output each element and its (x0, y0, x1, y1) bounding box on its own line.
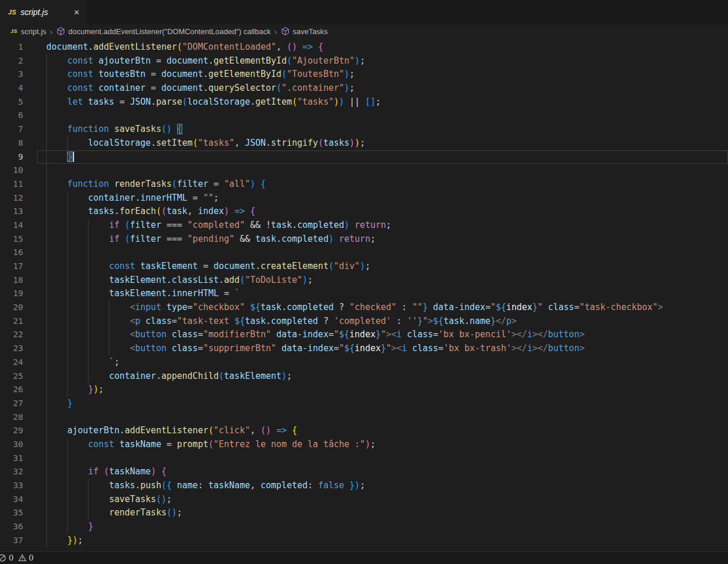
line-number[interactable]: 9 (0, 150, 37, 164)
code-line[interactable]: 3 const toutesBtn = document.getElementB… (0, 68, 728, 82)
breadcrumb-symbol-callback[interactable]: document.addEventListener("DOMContentLoa… (56, 27, 271, 36)
code-line[interactable]: 5 let tasks = JSON.parse(localStorage.ge… (0, 95, 728, 109)
code-line[interactable]: 2 const ajouterBtn = document.getElement… (0, 54, 728, 68)
indent-guide (88, 246, 89, 260)
line-number[interactable]: 17 (0, 260, 37, 274)
line-number[interactable]: 26 (0, 383, 37, 397)
code-line[interactable]: 4 const container = document.querySelect… (0, 82, 728, 95)
code-line[interactable]: 22 <button class="modifierBtn" data-inde… (0, 328, 728, 342)
line-number[interactable]: 18 (0, 274, 37, 287)
code-line[interactable]: 21 <p class="task-text ${task.completed … (0, 315, 728, 329)
line-number[interactable]: 7 (0, 123, 37, 137)
code-line-content: const taskElement = document.createEleme… (37, 260, 728, 274)
code-line[interactable]: 6 (0, 109, 728, 123)
code-line-content: if (filter === "pending" && task.complet… (37, 233, 728, 246)
line-number[interactable]: 37 (0, 534, 37, 548)
line-number[interactable]: 3 (0, 68, 37, 82)
line-number[interactable]: 2 (0, 54, 37, 68)
line-number[interactable]: 10 (0, 164, 37, 178)
code-line[interactable]: 11 function renderTasks(filter = "all") … (0, 178, 728, 191)
indent-guide (88, 479, 89, 493)
line-number[interactable]: 21 (0, 315, 37, 329)
code-line[interactable]: 37 }); (0, 534, 728, 548)
line-number[interactable]: 19 (0, 287, 37, 301)
code-line[interactable]: 20 <input type="checkbox" ${task.complet… (0, 301, 728, 315)
code-line-content: const container = document.querySelector… (37, 82, 728, 95)
line-number[interactable]: 28 (0, 411, 37, 425)
line-number[interactable]: 30 (0, 438, 37, 452)
line-number[interactable]: 1 (0, 40, 37, 54)
code-line[interactable]: 15 if (filter === "pending" && task.comp… (0, 233, 728, 246)
tab-bar: JS script.js ✕ (0, 0, 728, 24)
code-line[interactable]: 9 } (0, 150, 728, 164)
code-line[interactable]: 19 taskElement.innerHTML = ` (0, 287, 728, 301)
line-number[interactable]: 15 (0, 233, 37, 246)
line-number[interactable]: 24 (0, 356, 37, 370)
line-number[interactable]: 16 (0, 246, 37, 260)
code-line[interactable]: 18 taskElement.classList.add("ToDoListe"… (0, 274, 728, 287)
line-number[interactable]: 14 (0, 219, 37, 233)
code-line[interactable]: 25 container.appendChild(taskElement); (0, 370, 728, 384)
line-number[interactable]: 35 (0, 506, 37, 520)
line-number[interactable]: 22 (0, 328, 37, 342)
code-line[interactable]: 31 (0, 452, 728, 466)
line-number[interactable]: 12 (0, 191, 37, 205)
line-number[interactable]: 5 (0, 95, 37, 109)
close-icon[interactable]: ✕ (73, 9, 80, 16)
line-number[interactable]: 8 (0, 137, 37, 150)
code-line[interactable]: 35 renderTasks(); (0, 506, 728, 520)
code-line[interactable]: 34 saveTasks(); (0, 493, 728, 507)
line-number[interactable]: 33 (0, 479, 37, 493)
indent-guide (67, 301, 68, 315)
chevron-right-icon: › (50, 27, 53, 36)
code-line[interactable]: 33 tasks.push({ name: taskName, complete… (0, 479, 728, 493)
code-line[interactable]: 26 }); (0, 383, 728, 397)
problems-status[interactable]: 0 0 (1, 552, 38, 564)
tab-script-js[interactable]: JS script.js ✕ (0, 0, 87, 24)
line-number[interactable]: 31 (0, 452, 37, 466)
code-line[interactable]: 28 (0, 411, 728, 425)
text-cursor (73, 152, 74, 162)
status-bar: 0 0 (0, 551, 728, 564)
indent-guide (46, 219, 47, 233)
code-line-content: } (37, 397, 728, 411)
code-lines: 1document.addEventListener("DOMContentLo… (0, 40, 728, 547)
code-line[interactable]: 23 <button class="supprimerBtn" data-ind… (0, 342, 728, 356)
indent-guide (67, 260, 68, 274)
breadcrumb-symbol-savetasks[interactable]: saveTasks (281, 27, 328, 36)
code-line[interactable]: 36 } (0, 520, 728, 534)
code-line[interactable]: 24 `; (0, 356, 728, 370)
code-line[interactable]: 30 const taskName = prompt("Entrez le no… (0, 438, 728, 452)
code-line[interactable]: 13 tasks.forEach((task, index) => { (0, 205, 728, 219)
line-number[interactable]: 36 (0, 520, 37, 534)
indent-guide (88, 342, 89, 356)
breadcrumb-file[interactable]: JS script.js (10, 27, 46, 36)
line-number[interactable]: 27 (0, 397, 37, 411)
line-number[interactable]: 6 (0, 109, 37, 123)
code-line[interactable]: 27 } (0, 397, 728, 411)
line-number[interactable]: 20 (0, 301, 37, 315)
code-line-content: if (filter === "completed" && !task.comp… (37, 219, 728, 233)
code-line-content (37, 452, 728, 466)
js-icon: JS (8, 9, 16, 16)
code-line[interactable]: 16 (0, 246, 728, 260)
code-line[interactable]: 14 if (filter === "completed" && !task.c… (0, 219, 728, 233)
code-line[interactable]: 10 (0, 164, 728, 178)
code-editor[interactable]: 1document.addEventListener("DOMContentLo… (0, 38, 728, 551)
line-number[interactable]: 11 (0, 178, 37, 191)
line-number[interactable]: 25 (0, 370, 37, 384)
line-number[interactable]: 23 (0, 342, 37, 356)
line-number[interactable]: 34 (0, 493, 37, 507)
code-line[interactable]: 8 localStorage.setItem("tasks", JSON.str… (0, 137, 728, 150)
code-line[interactable]: 7 function saveTasks() { (0, 123, 728, 137)
line-number[interactable]: 29 (0, 424, 37, 438)
line-number[interactable]: 13 (0, 205, 37, 219)
code-line[interactable]: 29 ajouterBtn.addEventListener("click", … (0, 424, 728, 438)
code-line[interactable]: 17 const taskElement = document.createEl… (0, 260, 728, 274)
indent-guide (109, 342, 109, 356)
code-line[interactable]: 12 container.innerHTML = ""; (0, 191, 728, 205)
code-line[interactable]: 1document.addEventListener("DOMContentLo… (0, 40, 728, 54)
line-number[interactable]: 32 (0, 465, 37, 479)
line-number[interactable]: 4 (0, 82, 37, 95)
code-line[interactable]: 32 if (taskName) { (0, 465, 728, 479)
